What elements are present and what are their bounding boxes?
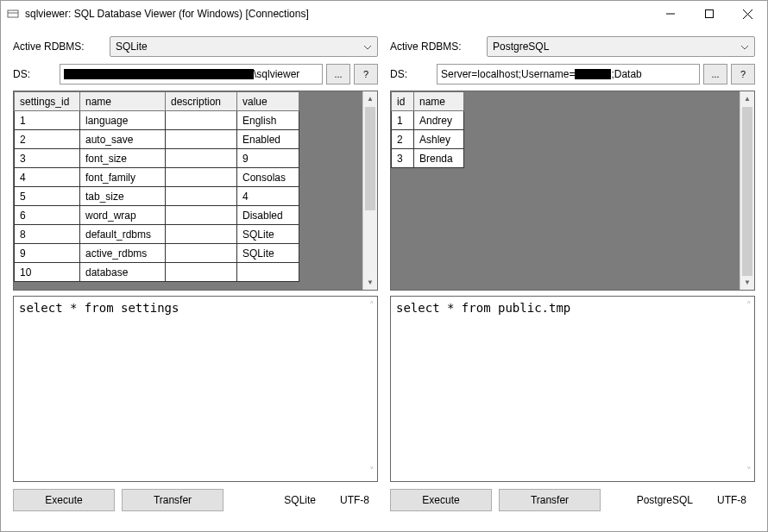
- minimize-button[interactable]: [651, 1, 689, 27]
- redacted-text: [575, 69, 611, 79]
- left-grid-body[interactable]: settings_id name description value 1lang…: [14, 91, 362, 290]
- app-icon: [6, 7, 20, 21]
- right-ds-input[interactable]: Server=localhost;Username=;Datab: [437, 64, 700, 84]
- window-title: sqlviewer: SQL Database Viewer (for Wind…: [25, 8, 651, 20]
- scroll-down-icon[interactable]: ˅: [746, 464, 752, 479]
- table-row[interactable]: 1languageEnglish: [15, 111, 299, 130]
- left-sql-text: select * from settings: [19, 301, 179, 315]
- table-row[interactable]: 8default_rdbmsSQLite: [15, 225, 299, 244]
- svg-rect-3: [705, 10, 713, 18]
- left-grid: settings_id name description value 1lang…: [13, 91, 378, 291]
- right-browse-button[interactable]: ...: [703, 64, 727, 84]
- right-table: id name 1Andrey 2Ashley 3Brenda: [391, 91, 464, 168]
- right-sql-text: select * from public.tmp: [396, 301, 570, 315]
- table-row[interactable]: 6word_wrapDisabled: [15, 206, 299, 225]
- table-row[interactable]: 3font_size9: [15, 149, 299, 168]
- content: Active RDBMS: SQLite DS: \sqlviewer ... …: [1, 27, 767, 531]
- right-status-rdbms: PostgreSQL: [628, 494, 702, 506]
- left-execute-button[interactable]: Execute: [13, 489, 115, 511]
- table-header[interactable]: name: [80, 92, 166, 111]
- right-rdbms-combo[interactable]: PostgreSQL: [487, 36, 755, 57]
- scroll-up-icon[interactable]: ▲: [740, 91, 754, 106]
- left-rdbms-row: Active RDBMS: SQLite: [13, 35, 378, 58]
- right-execute-button[interactable]: Execute: [390, 489, 492, 511]
- table-row[interactable]: 2auto_saveEnabled: [15, 130, 299, 149]
- table-row[interactable]: 3Brenda: [392, 149, 464, 168]
- left-scrollbar[interactable]: ▲ ▼: [362, 91, 377, 290]
- right-bottombar: Execute Transfer PostgreSQL UTF-8: [390, 487, 755, 513]
- right-status-encoding: UTF-8: [708, 494, 755, 506]
- left-bottombar: Execute Transfer SQLite UTF-8: [13, 487, 378, 513]
- table-header[interactable]: id: [392, 92, 414, 111]
- scroll-down-icon[interactable]: ▼: [740, 275, 754, 290]
- chevron-down-icon: [363, 41, 372, 53]
- left-rdbms-value: SQLite: [116, 41, 148, 53]
- redacted-text: [64, 69, 254, 79]
- right-rdbms-label: Active RDBMS:: [390, 41, 487, 53]
- right-rdbms-value: PostgreSQL: [493, 41, 549, 53]
- titlebar: sqlviewer: SQL Database Viewer (for Wind…: [1, 1, 767, 27]
- scroll-thumb[interactable]: [365, 107, 375, 210]
- left-help-button[interactable]: ?: [354, 64, 378, 84]
- left-browse-button[interactable]: ...: [326, 64, 350, 84]
- left-sql-editor[interactable]: ˄ select * from settings ˅: [13, 296, 378, 482]
- close-button[interactable]: [728, 1, 767, 27]
- chevron-down-icon: [740, 41, 749, 53]
- table-row[interactable]: 5tab_size4: [15, 187, 299, 206]
- svg-rect-0: [8, 10, 18, 17]
- right-sql-editor[interactable]: ˄ select * from public.tmp ˅: [390, 296, 755, 482]
- left-pane: Active RDBMS: SQLite DS: \sqlviewer ... …: [13, 35, 378, 526]
- left-status-rdbms: SQLite: [275, 494, 324, 506]
- right-help-button[interactable]: ?: [731, 64, 755, 84]
- left-transfer-button[interactable]: Transfer: [122, 489, 223, 511]
- table-header[interactable]: name: [414, 92, 464, 111]
- scroll-down-icon[interactable]: ˅: [369, 464, 375, 479]
- right-rdbms-row: Active RDBMS: PostgreSQL: [390, 35, 755, 58]
- table-header[interactable]: settings_id: [15, 92, 80, 111]
- right-ds-row: DS: Server=localhost;Username=;Datab ...…: [390, 63, 755, 85]
- left-ds-row: DS: \sqlviewer ... ?: [13, 63, 378, 85]
- right-grid-body[interactable]: id name 1Andrey 2Ashley 3Brenda: [391, 91, 740, 290]
- left-ds-suffix: \sqlviewer: [254, 68, 299, 80]
- scroll-thumb[interactable]: [742, 107, 752, 276]
- left-table: settings_id name description value 1lang…: [14, 91, 299, 282]
- table-row[interactable]: 9active_rdbmsSQLite: [15, 244, 299, 263]
- right-ds-suffix: ;Datab: [611, 68, 641, 80]
- left-ds-input[interactable]: \sqlviewer: [60, 64, 323, 84]
- left-rdbms-label: Active RDBMS:: [13, 41, 110, 53]
- right-pane: Active RDBMS: PostgreSQL DS: Server=loca…: [390, 35, 755, 526]
- table-header[interactable]: value: [237, 92, 299, 111]
- scroll-up-icon[interactable]: ▲: [363, 91, 377, 106]
- right-scrollbar[interactable]: ▲ ▼: [740, 91, 754, 290]
- table-row[interactable]: 4font_familyConsolas: [15, 168, 299, 187]
- scroll-up-icon[interactable]: ˄: [369, 298, 375, 314]
- maximize-button[interactable]: [689, 1, 728, 27]
- left-rdbms-combo[interactable]: SQLite: [110, 36, 378, 57]
- table-row[interactable]: 10database: [15, 263, 299, 282]
- right-grid: id name 1Andrey 2Ashley 3Brenda ▲ ▼: [390, 91, 755, 291]
- right-ds-label: DS:: [390, 68, 437, 80]
- table-header[interactable]: description: [166, 92, 237, 111]
- table-row[interactable]: 2Ashley: [392, 130, 464, 149]
- scroll-up-icon[interactable]: ˄: [746, 298, 752, 314]
- right-ds-prefix: Server=localhost;Username=: [441, 68, 575, 80]
- left-status-encoding: UTF-8: [331, 494, 378, 506]
- table-row[interactable]: 1Andrey: [392, 111, 464, 130]
- scroll-down-icon[interactable]: ▼: [363, 275, 377, 290]
- left-ds-label: DS:: [13, 68, 60, 80]
- right-transfer-button[interactable]: Transfer: [499, 489, 601, 511]
